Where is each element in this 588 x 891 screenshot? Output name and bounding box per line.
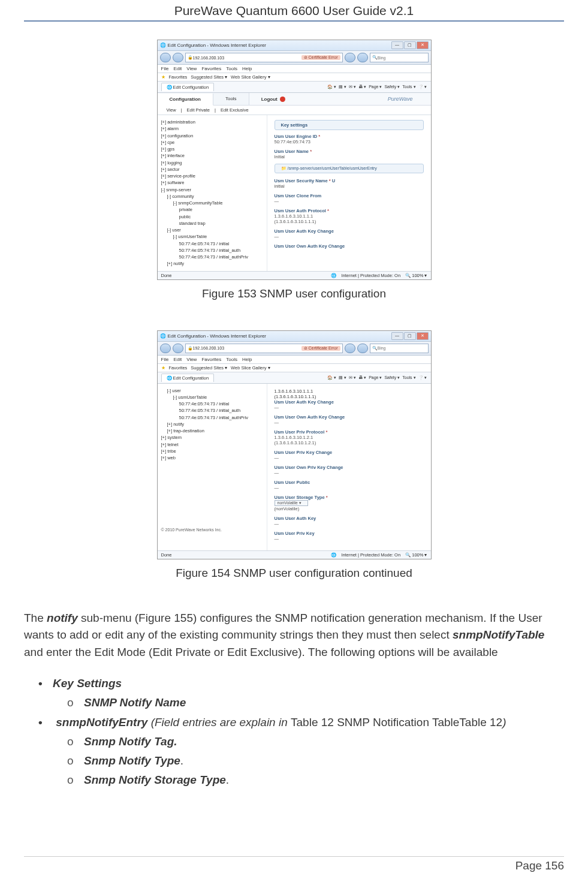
tree-system[interactable]: [+] system — [161, 434, 263, 441]
url-input[interactable]: 🔒 192.168.200.103 ⊘ Certificate Error — [185, 344, 343, 353]
home-icon[interactable]: 🏠 ▾ — [327, 85, 336, 89]
tree-user-entry-3[interactable]: 50:77:4e:05:74:73 / initial_authPriv — [161, 414, 263, 421]
browser-tab[interactable]: 🌐 Edit Configuration — [161, 374, 215, 382]
menu-edit[interactable]: Edit — [173, 357, 182, 362]
page-menu[interactable]: Page ▾ — [369, 375, 382, 380]
refresh-button[interactable] — [345, 53, 355, 62]
tree-snmp-server[interactable]: [-] snmp-server — [161, 186, 263, 193]
menu-favorites[interactable]: Favorites — [201, 66, 221, 71]
tab-configuration[interactable]: Configuration — [158, 94, 213, 106]
search-input[interactable]: 🔍 Bing — [370, 53, 429, 62]
help-icon[interactable]: ❔ ▾ — [418, 375, 427, 380]
tree-community[interactable]: [-] community — [161, 193, 263, 200]
tree-web[interactable]: [+] web — [161, 454, 263, 461]
menu-tools[interactable]: Tools — [226, 357, 237, 362]
certificate-error-badge[interactable]: ⊘ Certificate Error — [301, 55, 340, 60]
subtab-edit-exclusive[interactable]: Edit Exclusive — [221, 107, 249, 113]
tree-public[interactable]: public — [161, 213, 263, 220]
tree-usm-user-table[interactable]: [-] usmUserTable — [161, 394, 263, 401]
feeds-icon[interactable]: ▤ ▾ — [339, 85, 346, 89]
tree-user-entry-1[interactable]: 50:77:4e:05:74:73 / initial — [161, 240, 263, 247]
menu-view[interactable]: View — [186, 66, 197, 71]
tree-telnet[interactable]: [+] telnet — [161, 441, 263, 448]
tree-notify[interactable]: [+] notify — [161, 260, 263, 267]
tree-user-entry-1[interactable]: 50:77:4e:05:74:73 / initial — [161, 401, 263, 407]
tree-snmp-community-table[interactable]: [-] snmpCommunityTable — [161, 200, 263, 206]
certificate-error-badge[interactable]: ⊘ Certificate Error — [301, 346, 340, 351]
tree-sector[interactable]: [+] sector — [161, 166, 263, 173]
page-menu[interactable]: Page ▾ — [369, 85, 382, 89]
tree-service-profile[interactable]: [+] service-profile — [161, 173, 263, 179]
safety-menu[interactable]: Safety ▾ — [384, 85, 400, 89]
tab-tools[interactable]: Tools — [213, 93, 249, 105]
close-button[interactable]: ✕ — [417, 41, 429, 49]
favorites-label[interactable]: Favorites — [169, 365, 188, 371]
maximize-button[interactable]: ▢ — [404, 332, 416, 340]
web-slice-gallery-link[interactable]: Web Slice Gallery ▾ — [231, 365, 270, 371]
tree-standard-trap[interactable]: standard trap — [161, 220, 263, 227]
home-icon[interactable]: 🏠 ▾ — [327, 375, 336, 380]
tree-user-entry-2[interactable]: 50:77:4e:05:74:73 / initial_auth — [161, 247, 263, 254]
forward-button[interactable] — [173, 53, 183, 62]
menu-tools[interactable]: Tools — [226, 66, 237, 71]
tree-user-entry-2[interactable]: 50:77:4e:05:74:73 / initial_auth — [161, 407, 263, 414]
menu-favorites[interactable]: Favorites — [201, 357, 221, 362]
suggested-sites-link[interactable]: Suggested Sites ▾ — [191, 74, 227, 80]
search-input[interactable]: 🔍 Bing — [370, 344, 429, 353]
mail-icon[interactable]: ✉ ▾ — [349, 375, 356, 380]
stop-button[interactable] — [357, 344, 368, 353]
tree-notify[interactable]: [+] notify — [161, 421, 263, 428]
minimize-button[interactable]: — — [391, 332, 403, 340]
config-tree[interactable]: [-] user [-] usmUserTable 50:77:4e:05:74… — [158, 384, 267, 550]
tree-alarm[interactable]: [+] alarm — [161, 125, 263, 132]
tree-software[interactable]: [+] software — [161, 179, 263, 186]
tree-user[interactable]: [-] user — [161, 387, 263, 394]
tree-user[interactable]: [-] user — [161, 227, 263, 233]
tree-usm-user-table[interactable]: [-] usmUserTable — [161, 233, 263, 240]
tree-cpe[interactable]: [+] cpe — [161, 139, 263, 146]
stop-button[interactable] — [357, 53, 368, 62]
forward-button[interactable] — [173, 344, 183, 353]
favorites-label[interactable]: Favorites — [169, 74, 188, 80]
menu-file[interactable]: File — [161, 357, 169, 362]
favorites-star-icon[interactable]: ★ — [161, 365, 165, 371]
logout-button[interactable]: Logout — [261, 97, 285, 102]
favorites-star-icon[interactable]: ★ — [161, 74, 165, 80]
menu-file[interactable]: File — [161, 66, 169, 71]
zoom-level[interactable]: 🔍 100% ▾ — [405, 552, 427, 558]
close-button[interactable]: ✕ — [417, 332, 429, 340]
tree-administration[interactable]: [+] administration — [161, 119, 263, 125]
print-icon[interactable]: 🖶 ▾ — [358, 85, 366, 89]
back-button[interactable] — [160, 53, 171, 62]
zoom-level[interactable]: 🔍 100% ▾ — [405, 273, 427, 278]
tree-configuration[interactable]: [+] configuration — [161, 133, 263, 139]
tree-tribe[interactable]: [+] tribe — [161, 448, 263, 454]
menu-help[interactable]: Help — [242, 66, 252, 71]
menu-view[interactable]: View — [186, 357, 197, 362]
web-slice-gallery-link[interactable]: Web Slice Gallery ▾ — [231, 74, 270, 80]
storage-type-select[interactable]: nonVolatile ▾ — [275, 500, 308, 506]
feeds-icon[interactable]: ▤ ▾ — [339, 375, 346, 380]
back-button[interactable] — [160, 344, 171, 353]
maximize-button[interactable]: ▢ — [404, 41, 416, 49]
suggested-sites-link[interactable]: Suggested Sites ▾ — [191, 365, 227, 371]
tree-private[interactable]: private — [161, 206, 263, 213]
url-input[interactable]: 🔒 192.168.200.103 ⊘ Certificate Error — [185, 53, 343, 62]
subtab-view[interactable]: View — [167, 107, 176, 113]
tree-interface[interactable]: [+] interface — [161, 152, 263, 159]
tree-gps[interactable]: [+] gps — [161, 146, 263, 152]
browser-tab[interactable]: 🌐 Edit Configuration — [161, 83, 215, 91]
subtab-edit-private[interactable]: Edit Private — [187, 107, 210, 113]
tools-menu[interactable]: Tools ▾ — [402, 85, 415, 89]
print-icon[interactable]: 🖶 ▾ — [358, 375, 366, 380]
tree-trap-destination[interactable]: [+] trap-destination — [161, 428, 263, 434]
menu-help[interactable]: Help — [242, 357, 252, 362]
help-icon[interactable]: ❔ ▾ — [418, 85, 427, 89]
menu-edit[interactable]: Edit — [173, 66, 182, 71]
tree-user-entry-3[interactable]: 50:77:4e:05:74:73 / initial_authPriv — [161, 254, 263, 260]
mail-icon[interactable]: ✉ ▾ — [349, 85, 356, 89]
safety-menu[interactable]: Safety ▾ — [384, 375, 400, 380]
config-tree[interactable]: [+] administration [+] alarm [+] configu… — [158, 115, 267, 271]
minimize-button[interactable]: — — [391, 41, 403, 49]
tools-menu[interactable]: Tools ▾ — [402, 375, 415, 380]
